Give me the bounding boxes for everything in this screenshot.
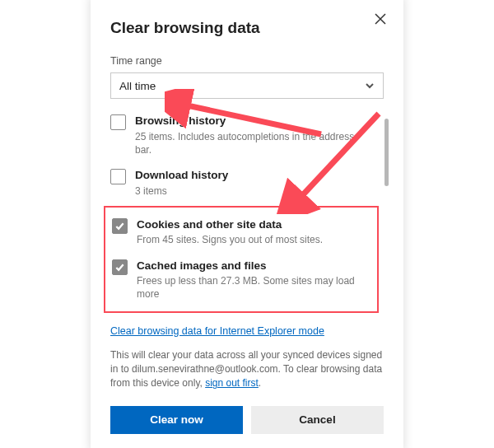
sync-footnote: This will clear your data across all you… [110, 348, 384, 391]
annotation-highlight-box: Cookies and other site data From 45 site… [104, 206, 379, 313]
checkbox-cookies[interactable] [112, 218, 128, 234]
sign-out-link[interactable]: sign out first [205, 377, 259, 389]
ie-mode-link[interactable]: Clear browsing data for Internet Explore… [110, 325, 324, 337]
item-cache: Cached images and files Frees up less th… [112, 259, 370, 301]
check-icon [114, 262, 125, 273]
time-range-select[interactable]: All time [110, 72, 384, 99]
item-label: Browsing history [135, 114, 372, 128]
item-label: Cached images and files [137, 259, 370, 273]
check-icon [114, 221, 125, 231]
clear-now-button[interactable]: Clear now [110, 406, 243, 434]
checkbox-browsing-history[interactable] [110, 114, 126, 130]
item-sub: 3 items [135, 184, 228, 198]
dialog-title: Clear browsing data [110, 19, 384, 37]
checkbox-list: Browsing history 25 items. Includes auto… [110, 114, 384, 312]
clear-browsing-data-dialog: Clear browsing data Time range All time … [91, 0, 403, 448]
item-label: Cookies and other site data [137, 217, 323, 232]
button-row: Clear now Cancel [110, 406, 384, 434]
close-icon [375, 13, 386, 25]
close-button[interactable] [372, 11, 389, 27]
chevron-down-icon [365, 81, 375, 91]
time-range-label: Time range [110, 55, 384, 67]
scrollbar[interactable] [384, 119, 389, 186]
item-sub: Frees up less than 27.3 MB. Some sites m… [137, 274, 370, 301]
checkbox-cache[interactable] [112, 259, 128, 275]
item-browsing-history: Browsing history 25 items. Includes auto… [110, 114, 372, 156]
item-cookies: Cookies and other site data From 45 site… [112, 217, 370, 247]
item-sub: From 45 sites. Signs you out of most sit… [137, 233, 323, 246]
checkbox-download-history[interactable] [110, 169, 126, 184]
time-range-value: All time [119, 80, 156, 92]
cancel-button[interactable]: Cancel [251, 406, 384, 434]
item-download-history: Download history 3 items [110, 168, 372, 198]
item-label: Download history [135, 168, 228, 183]
item-sub: 25 items. Includes autocompletions in th… [135, 130, 372, 156]
